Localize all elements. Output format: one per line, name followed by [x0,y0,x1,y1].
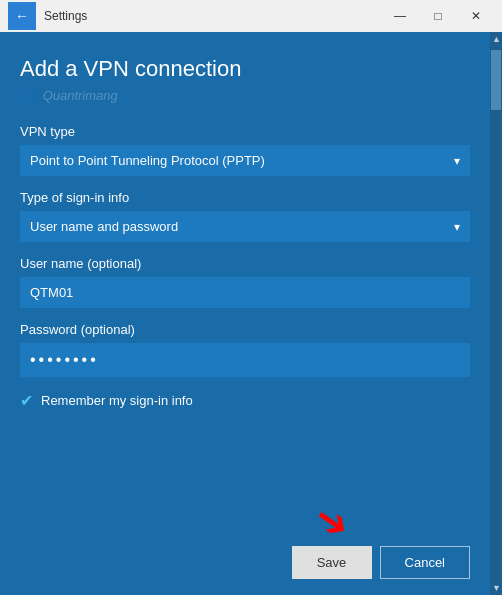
main-content: Add a VPN connection 🔵 Quantrimang VPN t… [0,32,502,595]
page-title: Add a VPN connection [20,56,470,82]
scroll-down-icon[interactable]: ▼ [490,581,502,595]
sign-in-type-select-wrapper: User name and password Smart card One-ti… [20,211,470,242]
remember-row: ✔ Remember my sign-in info [20,391,470,410]
scroll-area: Add a VPN connection 🔵 Quantrimang VPN t… [0,32,490,595]
close-button[interactable]: ✕ [458,2,494,30]
cancel-button[interactable]: Cancel [380,546,470,579]
password-group: Password (optional) [20,322,470,377]
scrollbar: ▲ ▼ [490,32,502,595]
username-group: User name (optional) [20,256,470,308]
password-label: Password (optional) [20,322,470,337]
password-input[interactable] [20,343,470,377]
red-arrow-annotation: ➔ [306,492,360,549]
sign-in-type-label: Type of sign-in info [20,190,470,205]
vpn-type-label: VPN type [20,124,470,139]
save-button[interactable]: Save [292,546,372,579]
scrollbar-thumb[interactable] [491,50,501,110]
username-label: User name (optional) [20,256,470,271]
sign-in-type-group: Type of sign-in info User name and passw… [20,190,470,242]
sign-in-type-select[interactable]: User name and password Smart card One-ti… [20,211,470,242]
remember-label: Remember my sign-in info [41,393,193,408]
minimize-button[interactable]: — [382,2,418,30]
vpn-type-select-wrapper: Point to Point Tunneling Protocol (PPTP)… [20,145,470,176]
bottom-buttons: ➔ Save Cancel [20,538,470,579]
vpn-type-group: VPN type Point to Point Tunneling Protoc… [20,124,470,176]
window-title: Settings [44,9,382,23]
username-input[interactable] [20,277,470,308]
scroll-up-icon[interactable]: ▲ [490,32,502,46]
back-button[interactable]: ← [8,2,36,30]
window-controls: — □ ✕ [382,2,494,30]
checkbox-check-icon: ✔ [20,391,33,410]
maximize-button[interactable]: □ [420,2,456,30]
title-bar: ← Settings — □ ✕ [0,0,502,32]
vpn-type-select[interactable]: Point to Point Tunneling Protocol (PPTP)… [20,145,470,176]
watermark: 🔵 Quantrimang [20,86,470,104]
